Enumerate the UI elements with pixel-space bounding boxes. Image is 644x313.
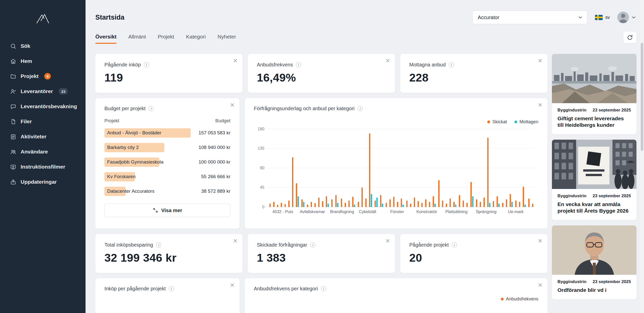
language-switcher[interactable]: sv	[595, 15, 610, 20]
close-icon[interactable]: ×	[538, 101, 542, 109]
kpi-value: 16,49%	[257, 71, 386, 84]
bar-skickat	[397, 202, 398, 207]
bar-mottagen	[337, 203, 338, 207]
info-icon[interactable]: i	[321, 286, 326, 291]
updates-icon	[10, 179, 16, 185]
info-icon[interactable]: i	[449, 62, 454, 67]
sidebar-item-filer[interactable]: Filer	[0, 114, 86, 129]
bar-skickat	[506, 199, 507, 207]
close-icon[interactable]: ×	[230, 281, 234, 289]
budget-row[interactable]: Datacenter Accurators38 572 889 kr	[104, 184, 230, 199]
kpi-label-row: Total inköpsbesparingi	[104, 242, 233, 248]
refresh-button[interactable]	[623, 32, 636, 43]
bar-group	[410, 204, 411, 207]
workspace-select[interactable]: Accurator	[472, 11, 587, 24]
tab-kategori[interactable]: Kategori	[186, 34, 206, 44]
budget-table-header: Projekt Budget	[104, 118, 230, 124]
budget-value: 100 000 000 kr	[195, 159, 230, 165]
news-date: 23 september 2025	[593, 193, 631, 199]
user-menu[interactable]	[617, 12, 636, 23]
bar-group	[493, 201, 494, 207]
bar-mottagen	[472, 196, 473, 207]
kpi-card: ×Pågående inköpi119	[95, 54, 243, 93]
close-icon[interactable]: ×	[385, 57, 390, 64]
workspace-select-value: Accurator	[478, 15, 499, 20]
legend-label: Mottagen	[519, 119, 538, 125]
sidebar-item-sok[interactable]: Sök	[0, 38, 86, 54]
bar-skickat	[326, 196, 327, 207]
budget-row[interactable]: Barkarby city 2108 940 000 kr	[104, 140, 230, 155]
sidebar-item-leverantorer[interactable]: Leverantörer23	[0, 84, 86, 99]
tab-översikt[interactable]: Översikt	[95, 34, 116, 44]
info-icon[interactable]: i	[144, 62, 149, 67]
legend-item: Anbudsfrekvens	[501, 296, 538, 302]
budget-row[interactable]: Anbud - Älvsjö - Bostäder157 053 583 kr	[104, 126, 230, 140]
sidebar-item-instruktionsfilmer[interactable]: Instruktionsfilmer	[0, 159, 86, 174]
kpi-label: Skickade förfrågningar	[257, 242, 307, 248]
bar-skickat	[389, 199, 391, 207]
bar-group	[281, 203, 282, 207]
x-axis-label: Fönster	[390, 210, 404, 214]
bar-skickat	[466, 203, 468, 207]
info-icon[interactable]: i	[296, 62, 301, 67]
sidebar-item-label: Hem	[21, 58, 32, 64]
bar-group	[450, 199, 451, 207]
info-icon[interactable]: i	[310, 242, 315, 248]
sidebar-item-anvandare[interactable]: Användare	[0, 144, 86, 159]
tab-allmänt[interactable]: Allmänt	[128, 34, 146, 44]
tab-projekt[interactable]: Projekt	[158, 34, 174, 44]
news-card[interactable]: Byggindustrin23 september 2025Ordförande…	[552, 225, 636, 299]
sidebar-item-uppdateringar[interactable]: Uppdateringar	[0, 174, 86, 189]
news-card[interactable]: Byggindustrin23 september 2025Giftigt ce…	[552, 54, 636, 134]
scrollbar-thumb[interactable]	[641, 43, 643, 151]
tab-nyheter[interactable]: Nyheter	[218, 34, 236, 44]
info-icon[interactable]: i	[148, 106, 154, 111]
bar-skickat	[393, 197, 394, 207]
info-icon[interactable]: i	[156, 242, 161, 248]
close-icon[interactable]: ×	[538, 237, 542, 245]
bar-skickat	[484, 198, 485, 207]
close-icon[interactable]: ×	[538, 281, 542, 289]
bar-group	[389, 199, 391, 207]
app-logo[interactable]	[0, 0, 86, 38]
news-source: Byggindustrin	[557, 279, 586, 284]
sidebar-item-label: Projekt	[21, 73, 38, 79]
close-icon[interactable]: ×	[233, 57, 237, 64]
card-title-row: Budget per projekt i	[104, 106, 230, 111]
bar-group	[480, 202, 481, 207]
close-icon[interactable]: ×	[230, 101, 234, 109]
news-card[interactable]: Byggindustrin23 september 2025En vecka k…	[552, 140, 636, 220]
news-meta: Byggindustrin23 september 2025	[557, 108, 631, 113]
sidebar-item-hem[interactable]: Hem	[0, 54, 86, 69]
x-axis-label: Cykelställ	[359, 210, 376, 214]
y-axis-label: 180	[258, 127, 264, 131]
news-headline: En vecka kvar att anmäla projekt till År…	[557, 201, 631, 214]
budget-row[interactable]: Kv Forskaren55 266 666 kr	[104, 169, 230, 184]
info-icon[interactable]: i	[357, 106, 363, 111]
bar-group	[510, 194, 513, 207]
close-icon[interactable]: ×	[385, 237, 390, 245]
sidebar-item-aktiviteter[interactable]: Aktiviteter	[0, 129, 86, 144]
bar-mottagen	[525, 205, 526, 207]
bar-skickat	[528, 199, 530, 207]
scrollbar[interactable]	[640, 0, 644, 313]
sidebar-item-leverantorsbevakning[interactable]: Leverantörsbevakning	[0, 99, 86, 114]
close-icon[interactable]: ×	[233, 237, 237, 245]
bar-group	[418, 201, 419, 207]
bar-skickat	[285, 204, 286, 207]
news-image-quarry-industrial-landscape	[552, 54, 636, 103]
bar-skickat	[459, 195, 460, 207]
kpi-card: ×Anbudsfrekvensi16,49%	[248, 54, 395, 93]
budget-row[interactable]: Fasadjobb Gymnasieskola100 000 000 kr	[104, 155, 230, 169]
close-icon[interactable]: ×	[538, 57, 542, 64]
sidebar-item-label: Aktiviteter	[21, 134, 47, 140]
show-more-button[interactable]: Visa mer	[104, 204, 230, 217]
sidebar-item-projekt[interactable]: Projekt9	[0, 69, 86, 84]
column-header-project: Projekt	[104, 118, 119, 124]
info-icon[interactable]: i	[169, 286, 174, 291]
budget-value: 108 940 000 kr	[195, 145, 230, 150]
users-icon	[10, 149, 16, 155]
chevron-down-icon	[631, 15, 636, 20]
budget-project-label: Anbud - Älvsjö - Bostäder	[104, 130, 161, 136]
info-icon[interactable]: i	[452, 242, 457, 248]
